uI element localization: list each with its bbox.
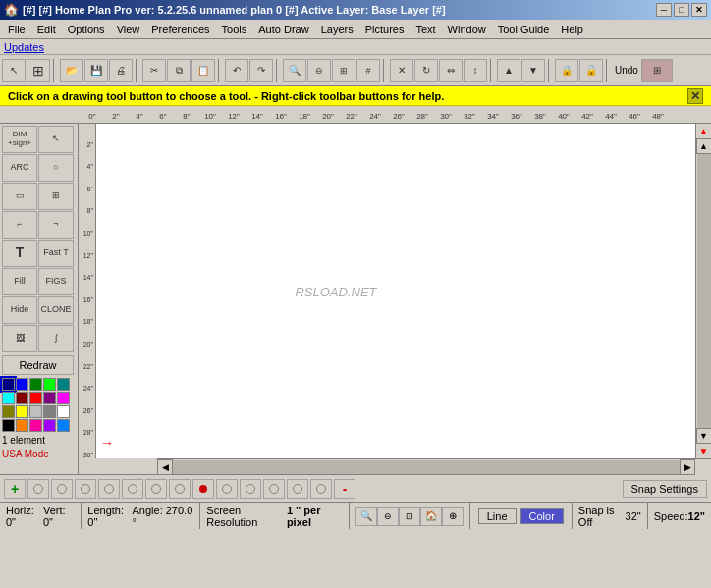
color-cell[interactable] <box>43 419 56 432</box>
menu-edit[interactable]: Edit <box>31 22 62 37</box>
bt-circle-1[interactable] <box>27 479 49 499</box>
toolbar-open[interactable]: 📂 <box>60 59 83 82</box>
toolbar-flip[interactable]: ⇔ <box>439 59 463 82</box>
bt-plus-button[interactable]: + <box>4 479 26 499</box>
zoom-in-btn[interactable]: 🔍 <box>356 507 377 526</box>
toolbar-unlock[interactable]: 🔓 <box>579 59 603 82</box>
color-cell[interactable] <box>57 405 70 418</box>
zoom-extra-btn[interactable]: ⊕ <box>442 507 464 526</box>
arrow-button[interactable]: ↖ <box>38 126 74 153</box>
bt-circle-4[interactable] <box>98 479 120 499</box>
circle-button[interactable]: ○ <box>38 154 74 182</box>
color-cell[interactable] <box>57 419 70 432</box>
vscroll-track[interactable] <box>697 154 711 428</box>
menu-autodraw[interactable]: Auto Draw <box>252 22 314 37</box>
color-cell[interactable] <box>29 405 42 418</box>
bt-circle-3[interactable] <box>75 479 96 499</box>
vscroll-up[interactable]: ▲ <box>696 138 712 154</box>
color-cell[interactable] <box>29 392 42 404</box>
menu-help[interactable]: Help <box>555 22 589 37</box>
hscroll-right[interactable]: ▶ <box>680 459 695 475</box>
toolbar-extra[interactable]: ⊞ <box>641 59 673 82</box>
clone-button[interactable]: CLONE <box>38 296 74 324</box>
zoom-house-btn[interactable]: 🏠 <box>420 507 442 526</box>
bt-circle-9[interactable] <box>240 479 261 499</box>
zoom-out-btn[interactable]: ⊖ <box>377 507 399 526</box>
toolbar-copy[interactable]: ⧉ <box>167 59 191 82</box>
toolbar-mirror[interactable]: ↕ <box>464 59 487 82</box>
hide-button[interactable]: Hide <box>2 296 37 324</box>
vertical-scrollbar[interactable]: ▲ ▲ ▼ ▼ <box>695 124 711 458</box>
drawing-canvas[interactable]: RSLOAD.NET → <box>96 124 695 458</box>
menu-text[interactable]: Text <box>410 22 441 37</box>
dim-button[interactable]: DIM +sign+ <box>2 126 37 153</box>
color-cell[interactable] <box>16 405 28 418</box>
toolbar-select[interactable]: ⊞ <box>27 59 50 82</box>
usa-mode[interactable]: USA Mode <box>2 449 76 459</box>
menu-view[interactable]: View <box>111 22 146 37</box>
color-cell[interactable] <box>57 392 70 404</box>
toolbar-paste[interactable]: 📋 <box>191 59 215 82</box>
color-cell[interactable] <box>16 378 28 391</box>
bt-dot-red[interactable] <box>192 479 214 499</box>
curve-button[interactable]: ∫ <box>38 325 74 352</box>
color-cell[interactable] <box>43 405 56 418</box>
maximize-button[interactable]: □ <box>674 3 689 17</box>
menu-file[interactable]: File <box>2 22 31 37</box>
color-cell[interactable] <box>2 405 15 418</box>
bt-circle-2[interactable] <box>51 479 73 499</box>
bt-circle-7[interactable] <box>169 479 191 499</box>
menu-options[interactable]: Options <box>62 22 111 37</box>
color-cell[interactable] <box>16 419 28 432</box>
bt-circle-5[interactable] <box>122 479 143 499</box>
bt-circle-10[interactable] <box>263 479 285 499</box>
toolbar-redo[interactable]: ↷ <box>249 59 273 82</box>
bt-circle-8[interactable] <box>216 479 238 499</box>
toolbar-zoom-in[interactable]: 🔍 <box>283 59 306 82</box>
updates-label[interactable]: Updates <box>4 41 44 53</box>
toolbar-lock[interactable]: 🔒 <box>555 59 578 82</box>
menu-preferences[interactable]: Preferences <box>145 22 215 37</box>
hscroll-left[interactable]: ◀ <box>157 459 173 475</box>
toolbar-cut[interactable]: ✂ <box>142 59 166 82</box>
stairs-button[interactable]: ⌐ <box>2 211 37 239</box>
toolbar-save[interactable]: 💾 <box>84 59 108 82</box>
toolbar-up[interactable]: ▲ <box>497 59 520 82</box>
color-cell[interactable] <box>29 378 42 391</box>
menu-window[interactable]: Window <box>442 22 492 37</box>
menu-layers[interactable]: Layers <box>315 22 359 37</box>
toolbar-down[interactable]: ▼ <box>521 59 545 82</box>
bt-circle-6[interactable] <box>145 479 167 499</box>
toolbar-zoom-out[interactable]: ⊖ <box>307 59 331 82</box>
rect-button[interactable]: ▭ <box>2 183 37 210</box>
image-button[interactable]: 🖼 <box>2 325 37 352</box>
color-cell[interactable] <box>43 378 56 391</box>
menu-pictures[interactable]: Pictures <box>359 22 410 37</box>
horizontal-scrollbar[interactable]: ◀ ▶ <box>157 458 711 474</box>
toolbar-zoom-fit[interactable]: ⊞ <box>332 59 356 82</box>
menu-toolguide[interactable]: Tool Guide <box>492 22 556 37</box>
color-cell[interactable] <box>2 378 15 391</box>
minimize-button[interactable]: ─ <box>656 3 672 17</box>
bt-circle-11[interactable] <box>287 479 308 499</box>
color-cell[interactable] <box>2 392 15 404</box>
close-button[interactable]: ✕ <box>691 3 707 17</box>
toolbar-grid[interactable]: # <box>356 59 380 82</box>
color-cell[interactable] <box>29 419 42 432</box>
color-button[interactable]: Color <box>520 508 564 524</box>
bt-circle-12[interactable] <box>310 479 332 499</box>
text-button[interactable]: T <box>2 240 37 267</box>
menu-tools[interactable]: Tools <box>216 22 253 37</box>
color-cell[interactable] <box>43 392 56 404</box>
figs-button[interactable]: FIGS <box>38 268 74 295</box>
redraw-button[interactable]: Redraw <box>2 355 74 375</box>
fasttext-button[interactable]: Fast T <box>38 240 74 267</box>
color-cell[interactable] <box>57 378 70 391</box>
toolbar-print[interactable]: 🖨 <box>109 59 133 82</box>
zoom-fit-btn[interactable]: ⊡ <box>399 507 420 526</box>
color-cell[interactable] <box>2 419 15 432</box>
hscroll-track[interactable] <box>173 460 680 474</box>
bt-minus-button[interactable]: - <box>334 479 356 499</box>
toolbar-delete[interactable]: ✕ <box>390 59 413 82</box>
line-button[interactable]: Line <box>478 508 517 524</box>
